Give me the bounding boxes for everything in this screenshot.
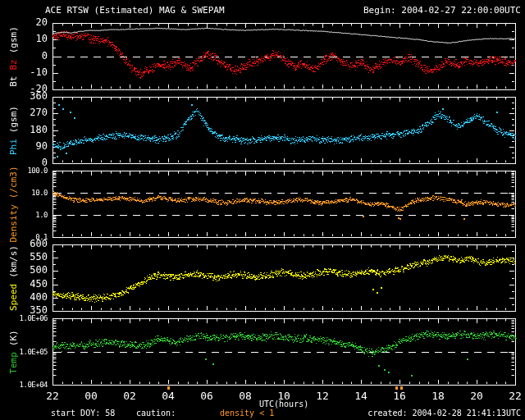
begin-timestamp: Begin: 2004-02-27 22:00:00UTC — [363, 5, 521, 16]
start-doy-label: start DOY: 58 — [51, 409, 115, 418]
ace-rtsw-plot: ACE RTSW (Estimated) MAG & SWEPAM Begin:… — [0, 0, 525, 420]
plot-canvas — [0, 0, 525, 420]
created-timestamp: created: 2004-02-28 21:41:13UTC — [368, 409, 521, 418]
caution-value: density < 1 — [220, 409, 274, 418]
x-axis-label: UTC(hours) — [259, 399, 308, 409]
caution-label: caution: — [136, 409, 176, 418]
plot-title: ACE RTSW (Estimated) MAG & SWEPAM — [45, 5, 225, 16]
